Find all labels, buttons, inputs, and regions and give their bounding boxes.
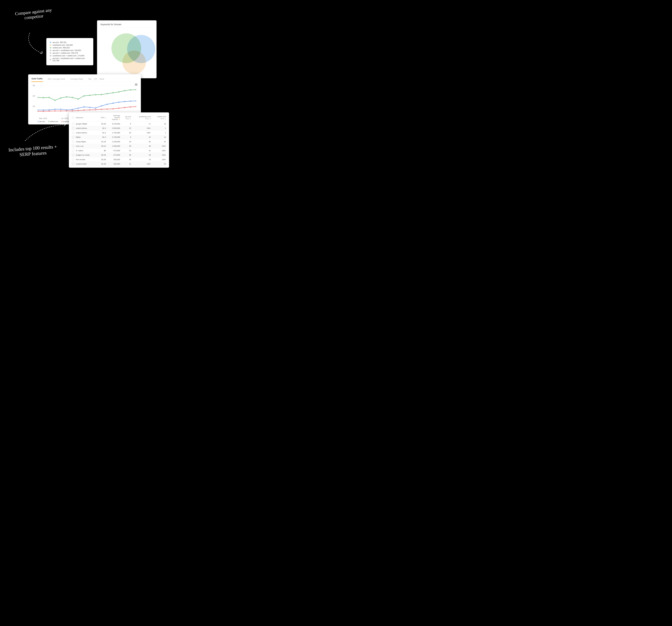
legend-dot	[50, 59, 51, 60]
row-checkbox[interactable]	[72, 127, 74, 129]
table-row[interactable]: in -tuition $0 673,000 13 41 100+	[71, 148, 167, 153]
point	[130, 101, 131, 102]
row-checkbox[interactable]	[72, 163, 74, 165]
keyword-table-card: Keyword CPC◆ Average Search Volume ▼ aa.…	[69, 113, 169, 168]
table-row[interactable]: budget car rental $2.05 673,000 38 34 10…	[71, 153, 167, 157]
cell-rank-southwest: 100+	[132, 162, 152, 166]
arrow-top	[23, 31, 49, 58]
cell-cpc: $3.15	[97, 144, 107, 148]
col-cpc[interactable]: CPC◆	[97, 114, 107, 122]
point	[124, 107, 125, 108]
chart-tabs: Estd Traffic Wtd. Average Rank Average R…	[31, 76, 138, 82]
cell-keyword: google inflight	[75, 122, 97, 126]
cell-cpc: $2.36	[97, 157, 107, 162]
legend-item: aa.com: 350,301	[50, 41, 90, 44]
cell-rank-united: 1	[152, 130, 167, 135]
row-checkbox[interactable]	[72, 141, 74, 143]
row-checkbox[interactable]	[72, 136, 74, 138]
point	[49, 111, 50, 112]
point	[60, 111, 61, 112]
cell-volume: 2,740,000	[107, 135, 121, 139]
select-all-checkbox[interactable]	[72, 117, 74, 119]
cell-rank-united: 14	[152, 135, 167, 139]
point	[43, 111, 44, 112]
cell-rank-aa: 20	[121, 140, 132, 144]
row-checkbox[interactable]	[72, 123, 74, 125]
cell-keyword: cheap flights	[75, 140, 97, 144]
cell-volume: 2,740,000	[107, 130, 121, 135]
point	[118, 102, 119, 103]
cell-keyword: budget car rental	[75, 153, 97, 157]
top-rank-input[interactable]	[92, 78, 99, 80]
point	[130, 89, 131, 90]
cell-rank-aa: 26	[121, 157, 132, 162]
legend-text: southwest.com > united.com: 174,644	[53, 55, 84, 57]
point	[38, 110, 38, 111]
cell-volume: 6,120,000	[107, 122, 121, 126]
cell-rank-united: 100+	[152, 148, 167, 153]
point	[95, 109, 96, 110]
table-row[interactable]: rent a car $3.15 1,830,000 39 48 100+	[71, 144, 167, 148]
xlabel-1: Jul, 2020	[61, 117, 68, 119]
venn-diagram	[100, 29, 153, 74]
table-row[interactable]: free movies $2.36 550,000 26 18 100+	[71, 157, 167, 162]
col-keyword[interactable]: Keyword	[75, 114, 97, 122]
cell-keyword: flights	[75, 135, 97, 139]
col-aa[interactable]: aa.comRank ◆	[121, 114, 132, 122]
row-checkbox[interactable]	[72, 149, 74, 151]
cell-rank-southwest: 17	[132, 122, 152, 126]
legend-dot	[50, 44, 51, 46]
point	[89, 110, 90, 110]
cell-rank-united: 1	[152, 126, 167, 130]
cell-rank-southwest: 22	[132, 135, 152, 139]
col-united[interactable]: united.comRank ◆	[152, 114, 167, 122]
table-row[interactable]: cheap flights $1.28 2,240,000 20 35 41	[71, 140, 167, 144]
cell-rank-southwest: 48	[132, 144, 152, 148]
cell-rank-united: 10	[152, 162, 167, 166]
col-southwest[interactable]: southwest.comRank ◆	[132, 114, 152, 122]
point	[38, 111, 38, 112]
legend-item: southwest.com > united.com: 174,644	[50, 55, 90, 57]
table-row[interactable]: united airlines $1.5 2,740,000 20 100+ 1	[71, 130, 167, 135]
cell-cpc: $1.08	[97, 162, 107, 166]
legend-text: southwest.com: 263,961	[53, 44, 73, 46]
tab-wtd-avg-rank[interactable]: Wtd. Average Rank	[47, 76, 66, 82]
point	[78, 108, 78, 109]
row-checkbox[interactable]	[72, 159, 74, 161]
col-avg-search-volume[interactable]: Average Search Volume ▼	[107, 114, 121, 122]
cell-volume: 450,000	[107, 162, 121, 166]
table-row[interactable]: flights $1.3 2,740,000 9 22 14	[71, 135, 167, 139]
row-checkbox[interactable]	[72, 154, 74, 156]
cell-rank-united: 16	[152, 122, 167, 126]
point	[54, 111, 55, 112]
point	[124, 90, 125, 91]
row-checkbox[interactable]	[72, 145, 74, 147]
tab-top-rank: Top Rank	[88, 76, 104, 82]
cell-rank-aa: 22	[121, 126, 132, 130]
point	[49, 110, 50, 110]
table-row[interactable]: google inflight $1.69 6,120,000 6 17 16	[71, 122, 167, 126]
point	[107, 109, 108, 110]
point	[113, 108, 114, 109]
point	[136, 106, 136, 107]
row-checkbox[interactable]	[72, 132, 74, 134]
keyword-table: Keyword CPC◆ Average Search Volume ▼ aa.…	[71, 114, 167, 166]
xlabel-0: May, 2020	[39, 117, 47, 119]
table-row[interactable]: a plane ticket $1.08 450,000 11 100+ 10	[71, 162, 167, 166]
legend-dot	[50, 42, 51, 43]
point	[66, 96, 67, 97]
legend-dot	[50, 50, 51, 51]
table-row[interactable]: united airlines $1.5 3,350,000 22 100+ 1	[71, 126, 167, 130]
cell-keyword: a plane ticket	[75, 162, 97, 166]
point	[83, 110, 85, 111]
point	[72, 110, 73, 111]
point	[72, 109, 73, 110]
cell-volume: 1,830,000	[107, 144, 121, 148]
legend-marker: united.com	[48, 121, 58, 122]
tab-estd-traffic[interactable]: Estd Traffic	[31, 76, 43, 82]
venn-title: Keywords for Domain	[100, 23, 153, 27]
point	[101, 109, 102, 110]
tab-avg-rank[interactable]: Average Rank	[70, 76, 83, 82]
cell-rank-southwest: 100+	[132, 130, 152, 135]
point	[60, 109, 61, 110]
